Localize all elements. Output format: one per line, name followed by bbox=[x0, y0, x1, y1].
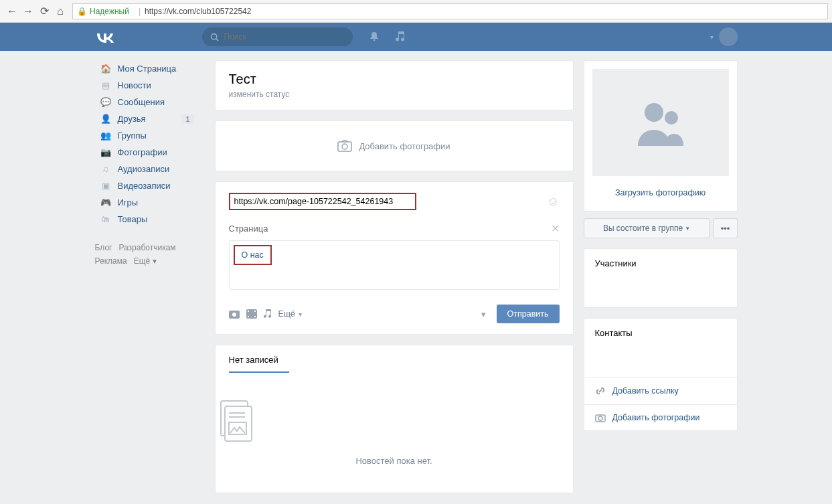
participants-heading[interactable]: Участники bbox=[584, 249, 737, 274]
post-composer: https://vk.com/page-105722542_54261943 ☺… bbox=[215, 181, 574, 335]
music-icon[interactable] bbox=[396, 31, 405, 42]
add-photos-label: Добавить фотографии bbox=[612, 413, 700, 422]
cover-block: Загрузить фотографию bbox=[584, 60, 738, 212]
chat-icon: 💬 bbox=[99, 97, 112, 107]
nav-label: Новости bbox=[118, 80, 151, 90]
membership-label: Вы состоите в группе bbox=[603, 224, 683, 233]
svg-point-0 bbox=[211, 33, 216, 39]
trusted-label: Надежный bbox=[90, 7, 129, 16]
vk-logo[interactable] bbox=[95, 31, 202, 43]
url-separator: | bbox=[139, 7, 141, 16]
forward-icon[interactable]: → bbox=[20, 3, 36, 19]
contacts-heading[interactable]: Контакты bbox=[584, 319, 737, 343]
attached-page[interactable]: О нас bbox=[229, 240, 560, 290]
bag-icon: 🛍 bbox=[99, 214, 112, 224]
nav-groups[interactable]: 👥Группы bbox=[95, 127, 198, 144]
back-icon[interactable]: ← bbox=[4, 3, 20, 19]
post-settings-icon[interactable]: ▾ bbox=[481, 309, 486, 319]
svg-rect-2 bbox=[338, 142, 351, 151]
cover-placeholder bbox=[592, 69, 729, 176]
nav-my-page[interactable]: 🏠Моя Страница bbox=[95, 60, 198, 77]
nav-friends[interactable]: 👤Друзья1 bbox=[95, 110, 198, 127]
footer-links: БлогРазработчикам РекламаЕщё ▾ bbox=[95, 241, 198, 268]
footer-more[interactable]: Ещё ▾ bbox=[134, 256, 157, 266]
url-text: https://vk.com/club105722542 bbox=[145, 7, 251, 16]
search-input[interactable] bbox=[223, 31, 345, 42]
add-photos-bar[interactable]: Добавить фотографии bbox=[215, 120, 574, 171]
avatar bbox=[719, 27, 738, 46]
add-photos-row[interactable]: Добавить фотографии bbox=[584, 404, 737, 430]
attach-label: Страница bbox=[229, 224, 268, 234]
browser-toolbar: ← → ⟳ ⌂ 🔒 Надежный | https://vk.com/club… bbox=[0, 0, 832, 23]
sidebar: 🏠Моя Страница ▤Новости 💬Сообщения 👤Друзь… bbox=[95, 60, 205, 503]
music-icon: ♫ bbox=[99, 164, 112, 174]
svg-rect-8 bbox=[248, 316, 249, 317]
nav-market[interactable]: 🛍Товары bbox=[95, 211, 198, 228]
add-photos-label: Добавить фотографии bbox=[359, 141, 450, 151]
upload-photo-link[interactable]: Загрузить фотографию bbox=[615, 183, 705, 203]
users-icon: 👥 bbox=[99, 131, 112, 141]
user-icon: 👤 bbox=[99, 114, 112, 124]
address-bar[interactable]: 🔒 Надежный | https://vk.com/club10572254… bbox=[72, 3, 828, 19]
nav-messages[interactable]: 💬Сообщения bbox=[95, 94, 198, 110]
nav-label: Фотографии bbox=[118, 147, 167, 157]
remove-attach-icon[interactable]: ✕ bbox=[551, 222, 560, 235]
footer-dev[interactable]: Разработчикам bbox=[118, 243, 175, 252]
add-link-label: Добавить ссылку bbox=[612, 386, 679, 396]
chevron-down-icon: ▾ bbox=[686, 225, 689, 232]
nav-label: Видеозаписи bbox=[118, 181, 171, 191]
send-button[interactable]: Отправить bbox=[497, 305, 560, 323]
svg-line-1 bbox=[216, 38, 218, 40]
nav-news[interactable]: ▤Новости bbox=[95, 77, 198, 94]
more-attach-button[interactable]: Ещё bbox=[278, 309, 303, 319]
change-status[interactable]: изменить статус bbox=[229, 90, 560, 99]
nav-label: Группы bbox=[118, 131, 147, 141]
more-actions-button[interactable]: ••• bbox=[714, 218, 738, 238]
gamepad-icon: 🎮 bbox=[99, 197, 112, 207]
wall-tab[interactable]: Нет записей bbox=[216, 345, 573, 373]
reload-icon[interactable]: ⟳ bbox=[36, 3, 52, 19]
camera-icon bbox=[595, 413, 606, 422]
people-icon bbox=[634, 99, 687, 146]
footer-blog[interactable]: Блог bbox=[95, 243, 112, 252]
news-icon: ▤ bbox=[99, 80, 112, 90]
footer-ads[interactable]: Реклама bbox=[95, 256, 127, 266]
nav-label: Моя Страница bbox=[118, 64, 177, 74]
svg-point-19 bbox=[598, 416, 602, 420]
video-icon: ▣ bbox=[99, 181, 112, 191]
svg-point-5 bbox=[232, 313, 236, 317]
nav-photos[interactable]: 📷Фотографии bbox=[95, 144, 198, 161]
lock-icon: 🔒 bbox=[77, 7, 87, 16]
notifications-icon[interactable] bbox=[369, 31, 380, 42]
contacts-section: Контакты Добавить ссылку Добавить фотогр… bbox=[584, 318, 738, 431]
group-title: Тест bbox=[229, 72, 560, 87]
emoji-icon[interactable]: ☺ bbox=[547, 195, 559, 209]
add-link-row[interactable]: Добавить ссылку bbox=[584, 377, 737, 404]
nav-label: Аудиозаписи bbox=[118, 164, 170, 174]
nav-games[interactable]: 🎮Игры bbox=[95, 194, 198, 211]
search-icon bbox=[210, 33, 219, 41]
nav-label: Товары bbox=[118, 214, 148, 224]
svg-point-17 bbox=[665, 111, 678, 124]
membership-button[interactable]: Вы состоите в группе▾ bbox=[584, 218, 710, 238]
nav-video[interactable]: ▣Видеозаписи bbox=[95, 177, 198, 194]
group-header: Тест изменить статус bbox=[215, 60, 574, 110]
camera-icon bbox=[337, 140, 352, 152]
profile-menu[interactable]: ▾ bbox=[710, 27, 738, 46]
chevron-down-icon: ▾ bbox=[710, 33, 714, 41]
attach-photo-icon[interactable] bbox=[229, 309, 240, 319]
svg-rect-7 bbox=[248, 311, 249, 312]
home-icon: 🏠 bbox=[99, 64, 112, 74]
nav-label: Друзья bbox=[118, 114, 146, 124]
about-highlight: О нас bbox=[234, 245, 272, 265]
nav-audio[interactable]: ♫Аудиозаписи bbox=[95, 161, 198, 177]
svg-rect-9 bbox=[254, 311, 256, 312]
topbar: ▾ bbox=[0, 23, 832, 51]
home-icon[interactable]: ⌂ bbox=[52, 3, 68, 19]
post-url-highlight[interactable]: https://vk.com/page-105722542_54261943 bbox=[229, 193, 416, 210]
search-box[interactable] bbox=[202, 27, 353, 46]
svg-point-3 bbox=[342, 144, 347, 149]
attach-audio-icon[interactable] bbox=[264, 309, 272, 319]
attach-video-icon[interactable] bbox=[246, 309, 257, 319]
nav-label: Сообщения bbox=[118, 97, 165, 107]
